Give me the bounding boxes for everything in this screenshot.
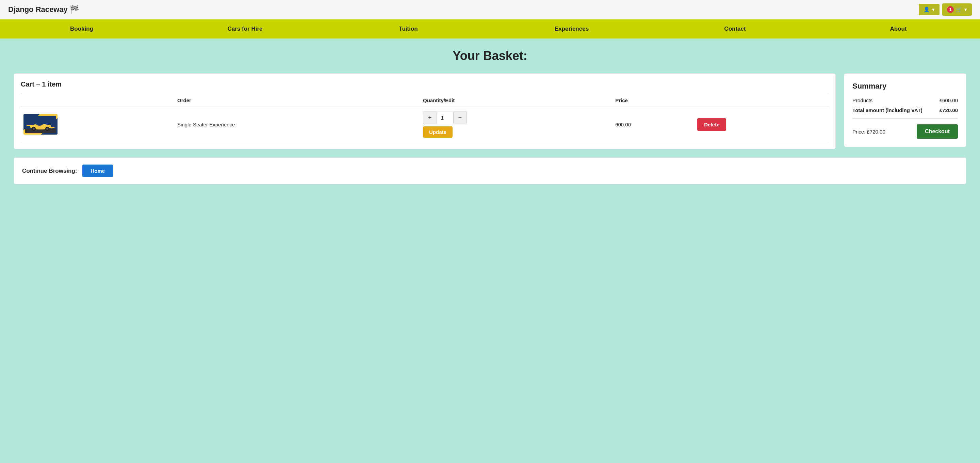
col-price: Price	[612, 94, 695, 107]
content-layout: Cart – 1 item Order Quantity/Edit Price	[14, 73, 966, 149]
summary-total-value: £720.00	[940, 107, 958, 113]
summary-title: Summary	[853, 82, 958, 91]
qty-input[interactable]	[437, 112, 453, 123]
home-button[interactable]: Home	[82, 164, 113, 177]
qty-row: + −	[423, 111, 467, 125]
nav-item-tuition[interactable]: Tuition	[327, 19, 490, 38]
basket-chevron: ▾	[964, 6, 967, 13]
table-row: Single Seater Experience + − Update	[21, 107, 829, 142]
nav-item-about[interactable]: About	[817, 19, 980, 38]
qty-minus-button[interactable]: −	[453, 112, 467, 124]
nav-item-experiences[interactable]: Experiences	[490, 19, 653, 38]
qty-control: + − Update	[423, 111, 610, 137]
product-price: 600.00	[612, 107, 695, 142]
user-chevron: ▾	[932, 6, 935, 13]
header: Django Raceway 🏁 👤 ▾ 1 🛒 ▾	[0, 0, 980, 19]
car-svg	[25, 116, 56, 133]
product-image-cell	[21, 107, 175, 142]
product-name: Single Seater Experience	[175, 107, 420, 142]
nav-item-contact[interactable]: Contact	[653, 19, 817, 38]
page-title: Your Basket:	[14, 49, 966, 63]
user-icon: 👤	[924, 6, 930, 13]
cart-table: Order Quantity/Edit Price	[21, 94, 829, 142]
summary-price-label: Price: £720.00	[853, 129, 885, 134]
cart-panel: Cart – 1 item Order Quantity/Edit Price	[14, 73, 836, 149]
site-title: Django Raceway 🏁	[8, 5, 79, 14]
svg-point-10	[46, 128, 48, 130]
qty-plus-button[interactable]: +	[423, 112, 437, 124]
checkout-button[interactable]: Checkout	[917, 125, 958, 139]
summary-products-value: £600.00	[940, 97, 958, 103]
col-qty: Quantity/Edit	[420, 94, 612, 107]
user-button[interactable]: 👤 ▾	[919, 4, 940, 15]
update-button[interactable]: Update	[423, 126, 453, 137]
col-image	[21, 94, 175, 107]
col-action	[695, 94, 829, 107]
svg-rect-6	[27, 125, 31, 126]
basket-button[interactable]: 1 🛒 ▾	[942, 3, 972, 16]
summary-panel: Summary Products £600.00 Total amount (i…	[844, 73, 966, 147]
qty-edit-cell: + − Update	[420, 107, 612, 142]
product-image	[24, 114, 57, 134]
basket-badge: 1	[947, 6, 954, 13]
main-content: Your Basket: Cart – 1 item Order Quantit…	[0, 38, 980, 195]
svg-point-4	[36, 122, 43, 126]
nav-item-cars-for-hire[interactable]: Cars for Hire	[163, 19, 327, 38]
summary-products-row: Products £600.00	[853, 97, 958, 103]
delete-button[interactable]: Delete	[697, 118, 726, 131]
summary-total-label: Total amount (including VAT)	[853, 107, 923, 113]
summary-divider	[853, 118, 958, 119]
summary-total-row: Total amount (including VAT) £720.00	[853, 107, 958, 113]
main-nav: Booking Cars for Hire Tuition Experience…	[0, 19, 980, 38]
delete-cell: Delete	[695, 107, 829, 142]
continue-label: Continue Browsing:	[22, 168, 77, 174]
summary-price-row: Price: £720.00 Checkout	[853, 125, 958, 139]
nav-item-booking[interactable]: Booking	[0, 19, 163, 38]
cart-title: Cart – 1 item	[21, 80, 829, 88]
col-order: Order	[175, 94, 420, 107]
continue-panel: Continue Browsing: Home	[14, 157, 966, 184]
svg-point-9	[33, 128, 35, 130]
header-actions: 👤 ▾ 1 🛒 ▾	[919, 3, 972, 16]
basket-icon: 🛒	[956, 6, 962, 13]
summary-products-label: Products	[853, 97, 872, 103]
